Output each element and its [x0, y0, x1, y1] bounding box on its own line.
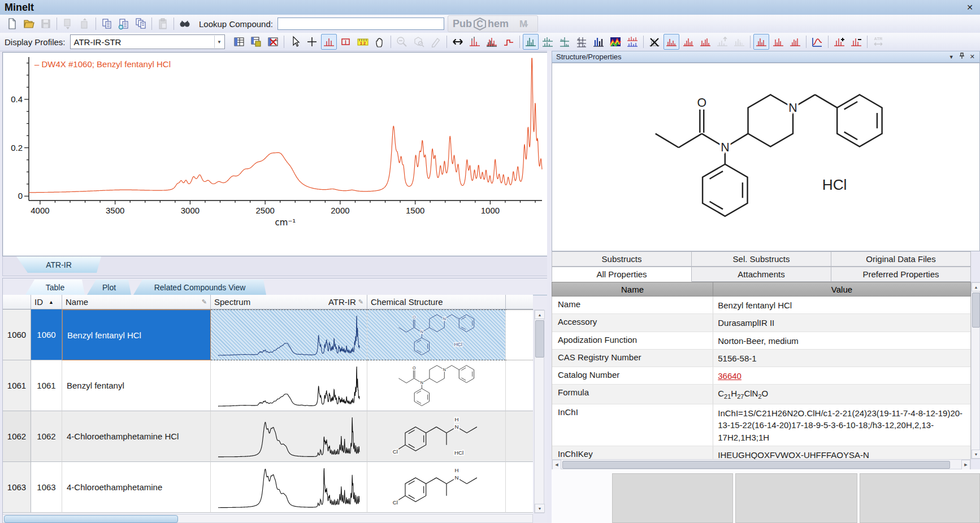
column-header-id[interactable]: ID ▲ — [31, 295, 62, 310]
pointer-icon[interactable] — [287, 34, 303, 50]
edit-column-icon[interactable]: ✎ — [202, 298, 207, 306]
view-grid-icon[interactable] — [557, 34, 573, 50]
tab-preferred-properties[interactable]: Preferred Properties — [831, 267, 971, 282]
select-peaks-icon[interactable] — [321, 34, 337, 50]
scroll-right-icon[interactable]: ▶ — [961, 460, 970, 470]
zoom-region-icon[interactable] — [338, 34, 354, 50]
property-row[interactable]: Name Benzyl fentanyl HCl — [552, 297, 970, 314]
panel-divider[interactable] — [547, 51, 552, 523]
scroll-down-icon[interactable]: ▼ — [972, 450, 980, 459]
scroll-left-icon[interactable]: ◀ — [552, 460, 561, 470]
copy-with-data-icon[interactable] — [116, 16, 132, 32]
row-header-cell[interactable]: 1061 — [3, 360, 31, 411]
overlay-compare-icon[interactable] — [484, 34, 500, 50]
process-2-icon[interactable] — [770, 34, 786, 50]
view-single-icon[interactable] — [523, 34, 539, 50]
display-mode-3-icon[interactable] — [697, 34, 713, 50]
scrollbar-thumb[interactable] — [4, 515, 178, 523]
table-display-icon[interactable] — [231, 34, 247, 50]
column-header-structure[interactable]: Chemical Structure — [367, 295, 506, 310]
scroll-up-icon[interactable]: ▲ — [535, 310, 545, 319]
process-1-icon[interactable] — [753, 34, 769, 50]
row-header-cell[interactable]: 1062 — [3, 411, 31, 462]
edit-column-icon[interactable]: ✎ — [358, 298, 363, 306]
property-row[interactable]: Apodization Function Norton-Beer, medium — [552, 332, 970, 350]
scroll-up-icon[interactable]: ▲ — [972, 282, 980, 291]
view-bars-icon[interactable] — [591, 34, 606, 50]
copy-icon[interactable] — [99, 16, 115, 32]
close-icon[interactable]: ✕ — [966, 3, 973, 12]
row-structure-cell[interactable]: ONNHCl — [367, 310, 506, 360]
row-header-cell[interactable]: 1063 — [3, 462, 31, 513]
new-document-icon[interactable] — [4, 16, 20, 32]
tab-all-properties[interactable]: All Properties — [552, 267, 692, 282]
tab-substructs[interactable]: Substructs — [552, 251, 692, 267]
table-vertical-scrollbar[interactable]: ▲ ▼ — [534, 310, 544, 513]
tab-sel-substructs[interactable]: Sel. Substructs — [692, 251, 831, 267]
row-structure-cell[interactable]: ONN — [367, 360, 506, 411]
row-name-cell[interactable]: Benzyl fentanyl — [62, 360, 211, 411]
property-row[interactable]: Formula C21H27ClN2O — [552, 385, 970, 404]
table-save-icon[interactable] — [248, 34, 264, 50]
subtract-peak-icon[interactable] — [848, 34, 864, 50]
chevron-down-icon[interactable]: ▼ — [214, 36, 224, 48]
display-profile-combobox[interactable]: ATR-IR-STR ▼ — [70, 34, 225, 49]
row-spectrum-cell[interactable] — [211, 462, 367, 513]
pan-hand-icon[interactable] — [372, 34, 388, 50]
row-name-cell[interactable]: 4-Chloroethamphetamine HCl — [62, 411, 211, 462]
copy-all-icon[interactable] — [133, 16, 149, 32]
table-horizontal-scrollbar[interactable] — [3, 514, 533, 523]
remove-spectra-icon[interactable] — [647, 34, 662, 50]
panel-menu-icon[interactable]: ▼ — [949, 54, 954, 60]
table-remove-icon[interactable] — [265, 34, 281, 50]
table-row[interactable]: 1061 1061 Benzyl fentanyl ONN — [3, 360, 533, 411]
peak-labels-icon[interactable] — [467, 34, 483, 50]
add-peak-icon[interactable] — [831, 34, 847, 50]
scrollbar-thumb[interactable] — [562, 461, 950, 469]
column-header-name[interactable]: Name ✎ — [62, 295, 211, 310]
table-row[interactable]: 1062 1062 4-Chloroethamphetamine HCl ClN… — [3, 411, 533, 462]
measure-icon[interactable]: 12 — [355, 34, 371, 50]
catalog-number-link[interactable]: 36640 — [713, 367, 970, 384]
open-icon[interactable] — [21, 16, 37, 32]
scrollbar-thumb[interactable] — [972, 293, 980, 328]
tab-table[interactable]: Table — [25, 280, 85, 295]
row-spectrum-cell[interactable] — [211, 360, 367, 411]
display-mode-1-icon[interactable] — [664, 34, 679, 50]
property-row[interactable]: Accessory DurasamplIR II — [552, 314, 970, 332]
view-grid-dense-icon[interactable] — [574, 34, 589, 50]
row-spectrum-cell[interactable] — [211, 411, 367, 462]
tab-original-data-files[interactable]: Original Data Files — [831, 251, 971, 267]
property-row[interactable]: InChIKey IHEUGHQOXFVWOX-UHFFFAOYSA-N — [552, 446, 970, 459]
property-row[interactable]: CAS Registry Number 5156-58-1 — [552, 350, 970, 367]
crosshair-icon[interactable] — [304, 34, 320, 50]
lookup-compound-input[interactable] — [277, 18, 444, 30]
spectrum-chart[interactable]: 4000350030002500200015001000cm⁻¹00.20.4 — [4, 54, 545, 254]
properties-horizontal-scrollbar[interactable]: ◀ ▶ — [552, 459, 971, 469]
table-row[interactable]: 1063 1063 4-Chloroethamphetamine ClNH — [3, 462, 533, 513]
row-spectrum-cell[interactable] — [211, 310, 367, 360]
prop-col-value[interactable]: Value — [713, 282, 971, 297]
column-header-spectrum[interactable]: Spectrum ATR-IR ✎ — [211, 295, 367, 310]
scrollbar-thumb[interactable] — [535, 320, 544, 358]
table-row[interactable]: 1060 1060 Benzyl fentanyl HCl ONNHCl — [3, 310, 533, 360]
row-id-cell[interactable]: 1061 — [31, 360, 62, 411]
pubchem-logo[interactable]: Pub C hem M — [448, 15, 538, 32]
expand-x-icon[interactable] — [450, 34, 466, 50]
row-name-cell[interactable]: Benzyl fentanyl HCl — [62, 310, 211, 360]
view-contour-icon[interactable] — [625, 34, 640, 50]
row-structure-cell[interactable]: ClNHHCl — [367, 411, 506, 462]
tab-related-compounds-view[interactable]: Related Compounds View — [133, 280, 266, 295]
peak-table-icon[interactable] — [501, 34, 517, 50]
row-id-cell[interactable]: 1062 — [31, 411, 62, 462]
row-header-cell[interactable]: 1060 — [3, 310, 31, 360]
row-id-cell[interactable]: 1060 — [31, 310, 62, 360]
row-name-cell[interactable]: 4-Chloroethamphetamine — [62, 462, 211, 513]
view-3d-icon[interactable] — [608, 34, 623, 50]
row-id-cell[interactable]: 1063 — [31, 462, 62, 513]
row-structure-cell[interactable]: ClNH — [367, 462, 506, 513]
tab-attachments[interactable]: Attachments — [692, 267, 831, 282]
display-mode-2-icon[interactable] — [680, 34, 696, 50]
prop-col-name[interactable]: Name — [552, 282, 713, 297]
property-row[interactable]: InChI InChI=1S/C21H26N2O.ClH/c1-2-21(24)… — [552, 404, 970, 446]
